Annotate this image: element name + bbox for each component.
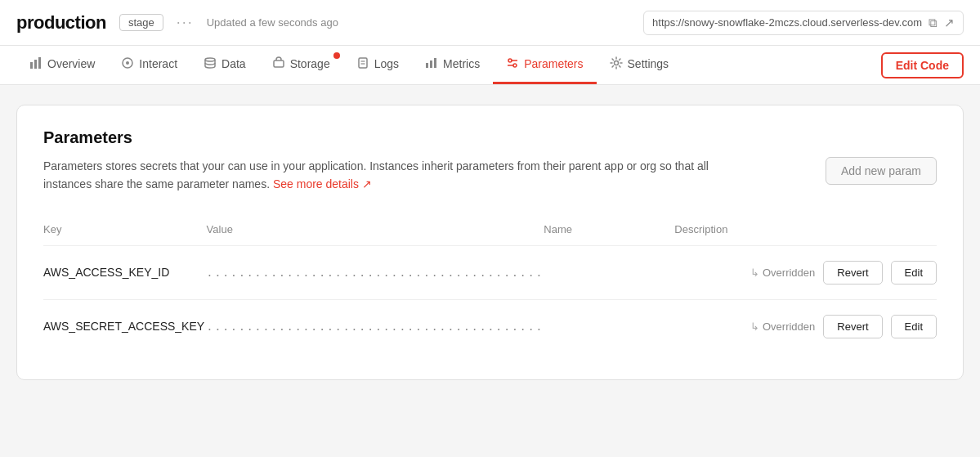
tab-parameters-label: Parameters [524,57,583,70]
svg-point-5 [205,58,215,61]
svg-rect-12 [434,58,436,68]
stage-badge[interactable]: stage [119,14,163,31]
app-title: production [16,12,106,34]
data-icon [204,56,217,72]
svg-point-4 [126,61,129,65]
overridden-arrow-icon: ↳ [750,320,759,333]
col-header-name: Name [544,217,674,246]
svg-point-17 [614,60,618,65]
tab-metrics[interactable]: Metrics [412,46,493,84]
tab-metrics-label: Metrics [443,57,480,70]
table-row: AWS_ACCESS_KEY_ID ......................… [43,245,937,299]
row-actions: ↳ Overridden Revert Edit [727,315,937,338]
url-bar: https://snowy-snowflake-2mczs.cloud.serv… [643,11,964,35]
params-desc-row: Parameters stores secrets that your can … [43,157,937,194]
svg-rect-11 [430,60,432,68]
settings-icon [610,56,623,72]
tab-overview-label: Overview [47,57,95,70]
edit-code-button[interactable]: Edit Code [881,52,964,78]
overridden-label: Overridden [763,267,815,279]
tab-storage-label: Storage [290,57,330,70]
param-value: ........................................… [207,320,544,333]
overridden-badge: ↳ Overridden [750,267,815,279]
param-key: AWS_SECRET_ACCESS_KEY [43,320,204,333]
tab-settings-label: Settings [628,57,669,70]
overridden-arrow-icon: ↳ [750,267,759,279]
revert-button[interactable]: Revert [823,315,882,338]
external-link-icon[interactable]: ↗ [944,16,955,30]
see-more-link[interactable]: See more details ↗ [273,177,372,190]
storage-notification-badge [333,52,340,59]
updated-text: Updated a few seconds ago [207,16,630,29]
tab-overview[interactable]: Overview [16,46,108,84]
row-actions: ↳ Overridden Revert Edit [727,261,937,285]
nav-tabs: Overview Interact Data Storage Logs Metr… [0,46,980,85]
svg-rect-6 [274,60,284,67]
overridden-badge: ↳ Overridden [750,320,815,333]
param-key: AWS_ACCESS_KEY_ID [43,266,169,279]
tab-logs[interactable]: Logs [343,46,412,84]
tab-logs-label: Logs [374,57,399,70]
tab-data[interactable]: Data [190,46,259,84]
col-header-actions [727,217,937,246]
tab-data-label: Data [222,57,246,70]
storage-icon [272,56,285,72]
copy-icon[interactable]: ⧉ [929,16,937,30]
col-header-key: Key [43,217,207,246]
svg-rect-0 [30,62,33,69]
dots-menu[interactable]: ··· [177,14,194,31]
tab-storage[interactable]: Storage [259,46,343,84]
svg-point-14 [513,64,517,67]
overview-icon [29,56,43,72]
svg-rect-7 [359,58,367,68]
revert-button[interactable]: Revert [823,261,882,285]
param-value: ........................................… [207,267,544,279]
add-param-button[interactable]: Add new param [826,157,937,185]
svg-rect-2 [38,57,41,69]
top-bar: production stage ··· Updated a few secon… [0,0,980,46]
table-row: AWS_SECRET_ACCESS_KEY ..................… [43,299,937,353]
tab-settings[interactable]: Settings [597,46,682,84]
tab-interact-label: Interact [139,57,177,70]
interact-icon [121,56,134,72]
params-description: Parameters stores secrets that your can … [43,157,714,194]
main-content: Parameters Parameters stores secrets tha… [0,85,980,400]
metrics-icon [425,56,438,72]
edit-button[interactable]: Edit [891,315,937,338]
col-header-value: Value [207,217,544,246]
logs-icon [356,56,369,72]
col-header-description: Description [674,217,727,246]
svg-rect-10 [426,63,428,68]
url-text: https://snowy-snowflake-2mczs.cloud.serv… [652,16,922,29]
tab-parameters[interactable]: Parameters [493,46,596,84]
tab-interact[interactable]: Interact [108,46,190,84]
parameters-card: Parameters Parameters stores secrets tha… [16,105,964,380]
params-table: Key Value Name Description AWS_ACCESS_KE… [43,217,937,353]
edit-button[interactable]: Edit [891,261,937,285]
parameters-icon [506,56,519,72]
params-title: Parameters [43,128,937,147]
svg-rect-1 [34,60,37,69]
overridden-label: Overridden [763,320,815,333]
svg-point-13 [508,59,512,62]
